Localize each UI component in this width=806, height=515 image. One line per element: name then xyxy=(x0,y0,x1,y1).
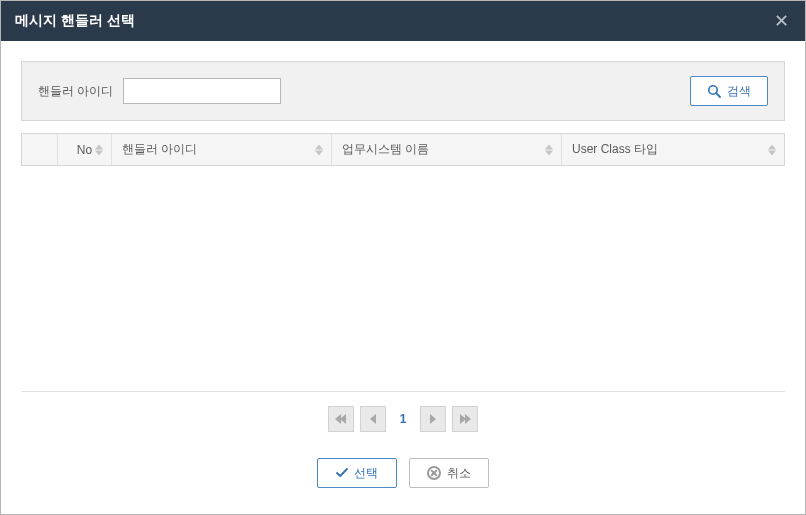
cancel-icon xyxy=(427,466,441,480)
sort-icon xyxy=(768,144,776,155)
handler-id-input[interactable] xyxy=(123,78,281,104)
pager-prev-button[interactable] xyxy=(360,406,386,432)
dialog-header: 메시지 핸들러 선택 ✕ xyxy=(1,1,805,41)
table-header-row: No 핸들러 아이디 업무시스템 이름 User Class 타입 xyxy=(22,134,785,166)
search-icon xyxy=(707,84,721,98)
check-icon xyxy=(336,468,348,478)
sort-icon xyxy=(545,144,553,155)
search-panel: 핸들러 아이디 검색 xyxy=(21,61,785,121)
cancel-button-label: 취소 xyxy=(447,465,471,482)
column-user-class-type[interactable]: User Class 타입 xyxy=(562,134,785,166)
select-button-label: 선택 xyxy=(354,465,378,482)
footer-buttons: 선택 취소 xyxy=(21,458,785,488)
column-no-label: No xyxy=(77,143,92,157)
column-no[interactable]: No xyxy=(58,134,112,166)
search-button-label: 검색 xyxy=(727,83,751,100)
sort-icon xyxy=(95,144,103,155)
close-button[interactable]: ✕ xyxy=(772,12,791,30)
dialog: 메시지 핸들러 선택 ✕ 핸들러 아이디 검색 xyxy=(0,0,806,515)
dialog-title: 메시지 핸들러 선택 xyxy=(15,12,135,30)
handler-id-label: 핸들러 아이디 xyxy=(38,83,113,100)
double-chevron-right-icon xyxy=(460,414,471,424)
pager-divider xyxy=(21,391,785,392)
column-checkbox[interactable] xyxy=(22,134,58,166)
sort-icon xyxy=(315,144,323,155)
dialog-body: 핸들러 아이디 검색 No xyxy=(1,41,805,514)
table-wrap: No 핸들러 아이디 업무시스템 이름 User Class 타입 xyxy=(21,133,785,494)
pager-first-button[interactable] xyxy=(328,406,354,432)
results-table: No 핸들러 아이디 업무시스템 이름 User Class 타입 xyxy=(21,133,785,166)
search-button[interactable]: 검색 xyxy=(690,76,768,106)
column-user-class-type-label: User Class 타입 xyxy=(572,142,658,156)
search-left: 핸들러 아이디 xyxy=(38,78,281,104)
cancel-button[interactable]: 취소 xyxy=(409,458,489,488)
chevron-right-icon xyxy=(430,414,436,424)
column-handler-id[interactable]: 핸들러 아이디 xyxy=(112,134,332,166)
pager-last-button[interactable] xyxy=(452,406,478,432)
close-icon: ✕ xyxy=(774,11,789,31)
chevron-left-icon xyxy=(370,414,376,424)
pager: 1 xyxy=(21,406,785,432)
pager-next-button[interactable] xyxy=(420,406,446,432)
select-button[interactable]: 선택 xyxy=(317,458,397,488)
column-system-name-label: 업무시스템 이름 xyxy=(342,142,429,156)
column-handler-id-label: 핸들러 아이디 xyxy=(122,142,197,156)
table-body-empty xyxy=(21,166,785,379)
double-chevron-left-icon xyxy=(335,414,346,424)
column-system-name[interactable]: 업무시스템 이름 xyxy=(332,134,562,166)
pager-current-page[interactable]: 1 xyxy=(392,412,415,426)
svg-line-1 xyxy=(716,93,720,97)
